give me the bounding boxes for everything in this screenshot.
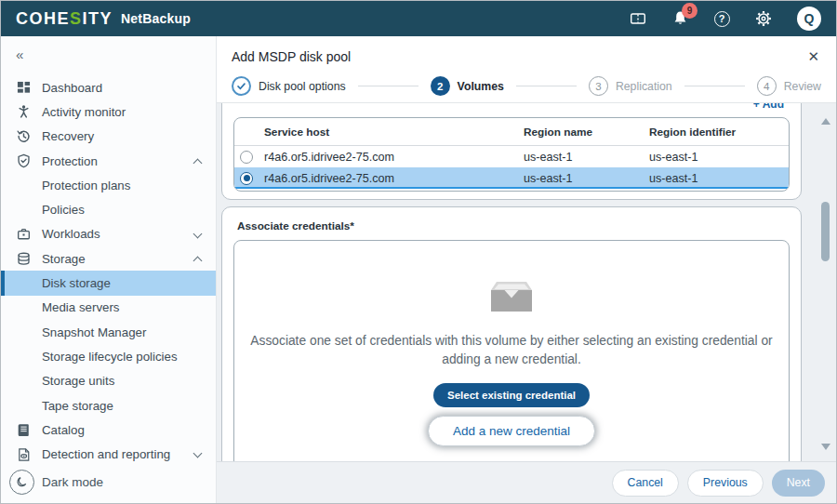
vertical-scrollbar[interactable] [819, 107, 831, 456]
stepper-connector [358, 86, 418, 86]
notifications-bell-icon[interactable]: 9 [671, 10, 688, 27]
step-replication[interactable]: 3 Replication [589, 76, 672, 96]
service-host-table: Service host Region name Region identifi… [233, 117, 790, 192]
sidebar-item-media-servers[interactable]: Media servers [1, 296, 216, 320]
step-review[interactable]: 4 Review [757, 76, 821, 96]
chevron-up-icon [193, 257, 203, 266]
empty-tray-icon [485, 278, 538, 313]
previous-button[interactable]: Previous [687, 470, 764, 497]
top-bar: COHESITY NetBackup 9 ? Q [1, 1, 836, 36]
sidebar-item-workloads[interactable]: Workloads [1, 222, 216, 246]
scroll-up-arrow-icon[interactable] [821, 118, 830, 125]
sidebar-item-dashboard[interactable]: Dashboard [1, 75, 216, 99]
sidebar-item-disk-storage[interactable]: Disk storage [1, 271, 216, 295]
stepper-connector [516, 86, 577, 86]
scrollbar-thumb[interactable] [821, 202, 830, 261]
product-name: NetBackup [121, 11, 191, 26]
step-check-icon [232, 76, 251, 96]
sidebar: « Dashboard Activity monitor Recovery Pr… [1, 36, 217, 503]
logo-green-letter: S [70, 9, 83, 28]
radio-selected[interactable] [240, 172, 253, 185]
column-service-host: Service host [259, 126, 524, 139]
cohesity-logo: COHESITY [16, 9, 113, 29]
sidebar-item-protection-plans[interactable]: Protection plans [1, 173, 216, 197]
column-region-identifier: Region identifier [649, 126, 789, 139]
sidebar-item-activity-monitor[interactable]: Activity monitor [1, 99, 216, 124]
wizard-stepper: Disk pool options 2 Volumes 3 Replicatio… [232, 76, 821, 96]
next-button[interactable]: Next [772, 470, 825, 497]
notification-badge: 9 [682, 3, 698, 19]
select-existing-credential-button[interactable]: Select existing credential [433, 383, 590, 407]
sidebar-item-storage-units[interactable]: Storage units [1, 369, 216, 393]
dashboard-icon [16, 80, 32, 96]
sidebar-item-snapshot-manager[interactable]: Snapshot Manager [1, 320, 216, 344]
dialog-title: Add MSDP disk pool [232, 49, 821, 64]
column-region-name: Region name [524, 126, 649, 139]
associate-credentials-panel: Associate credentials* Associate one set… [221, 206, 802, 461]
step-volumes[interactable]: 2 Volumes [431, 76, 504, 96]
logo-text: COHE [16, 9, 70, 28]
add-volume-link[interactable]: + Add [753, 103, 784, 111]
step-disk-pool-options[interactable]: Disk pool options [232, 76, 346, 96]
table-row[interactable]: r4a6.or5.idrivee2-75.com us-east-1 us-ea… [234, 146, 789, 167]
wizard-content: + Add Service host Region name Region id… [217, 103, 836, 461]
step-number: 2 [431, 76, 450, 96]
dark-mode-toggle[interactable]: Dark mode [9, 470, 103, 495]
chevron-up-icon [193, 158, 203, 167]
add-new-credential-button[interactable]: Add a new credential [428, 416, 595, 446]
user-avatar[interactable]: Q [797, 7, 821, 31]
workloads-briefcase-icon [16, 226, 32, 242]
cancel-button[interactable]: Cancel [612, 470, 679, 497]
protection-shield-icon [16, 153, 32, 169]
table-row-selected[interactable]: r4a6.or5.idrivee2-75.com us-east-1 us-ea… [234, 167, 789, 189]
chevron-down-icon [193, 229, 203, 238]
moon-icon [9, 470, 34, 495]
logo-text-end: ITY [83, 9, 113, 28]
sidebar-item-storage-lifecycle-policies[interactable]: Storage lifecycle policies [1, 344, 216, 368]
catalog-book-icon [16, 422, 32, 438]
sidebar-nav: Dashboard Activity monitor Recovery Prot… [1, 75, 216, 467]
storage-database-icon [16, 251, 32, 267]
chevron-down-icon [193, 449, 203, 458]
service-host-panel: + Add Service host Region name Region id… [221, 103, 802, 200]
sidebar-item-storage[interactable]: Storage [1, 246, 216, 271]
radio-unselected[interactable] [240, 151, 253, 164]
close-icon[interactable]: ✕ [807, 48, 819, 65]
wizard-footer: Cancel Previous Next [217, 461, 836, 503]
detection-report-icon [16, 446, 32, 462]
main-panel: Add MSDP disk pool ✕ Disk pool options 2… [217, 36, 836, 503]
sidebar-item-protection[interactable]: Protection [1, 149, 216, 173]
sidebar-item-policies[interactable]: Policies [1, 197, 216, 221]
topbar-actions: 9 ? Q [630, 7, 821, 31]
credentials-empty-state: Associate one set of credentials with th… [233, 240, 790, 461]
sidebar-item-recovery[interactable]: Recovery [1, 125, 216, 149]
recovery-restore-icon [16, 128, 32, 144]
sidebar-item-catalog[interactable]: Catalog [1, 418, 216, 442]
app-window: COHESITY NetBackup 9 ? Q « Dashboard [0, 0, 837, 504]
step-number: 3 [589, 76, 608, 96]
sidebar-collapse-icon[interactable]: « [16, 46, 23, 62]
step-number: 4 [757, 76, 777, 96]
settings-gear-icon[interactable] [755, 10, 772, 27]
dialog-header: Add MSDP disk pool ✕ Disk pool options 2… [217, 36, 836, 103]
scroll-down-arrow-icon[interactable] [821, 444, 830, 450]
associate-credentials-label: Associate credentials* [222, 207, 801, 232]
stepper-connector [684, 86, 745, 86]
sidebar-item-tape-storage[interactable]: Tape storage [1, 393, 216, 418]
sidebar-item-detection-and-reporting[interactable]: Detection and reporting [1, 442, 216, 466]
jobs-ticket-icon[interactable] [630, 10, 646, 27]
table-header-row: Service host Region name Region identifi… [234, 118, 789, 146]
help-icon[interactable]: ? [713, 10, 730, 27]
activity-monitor-icon [16, 104, 32, 120]
credentials-description: Associate one set of credentials with th… [236, 332, 787, 369]
